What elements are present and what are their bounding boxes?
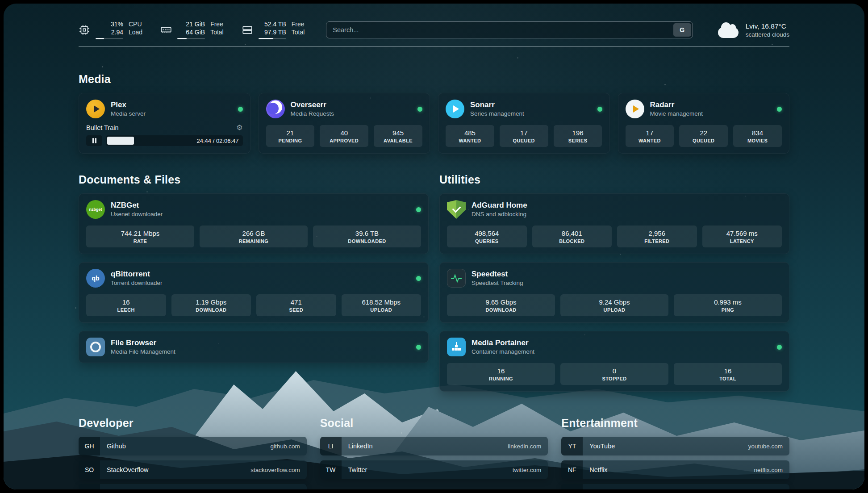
bookmark-group-title: Social xyxy=(320,417,548,430)
nzbget-icon: nzbget xyxy=(86,200,105,219)
status-dot xyxy=(417,107,422,112)
cpu-label-2: Load xyxy=(129,29,142,37)
stat-label: DOWNLOAD xyxy=(173,307,250,313)
stat-value: 1.19 Gbps xyxy=(173,298,250,306)
service-subtitle: DNS and adblocking xyxy=(472,211,527,218)
bookmark-twitter[interactable]: TW Twitter twitter.com xyxy=(320,460,548,479)
ram-bar xyxy=(177,38,205,39)
system-metrics: 31% 2.94 CPU Load 21 GiB xyxy=(79,21,305,39)
search-bar[interactable]: G xyxy=(326,21,693,38)
ram-free: 21 GiB xyxy=(186,21,205,29)
stat-leech: 16 LEECH xyxy=(86,294,166,316)
filebrowser-card[interactable]: File Browser Media File Management xyxy=(79,331,429,363)
stat-available: 945 AVAILABLE xyxy=(374,125,422,147)
ram-labels: Free Total xyxy=(210,21,224,39)
status-dot xyxy=(238,107,243,112)
section-media: Media Plex Media server Bullet Train ⚙ xyxy=(79,73,789,154)
bookmark-name: Twitter xyxy=(342,466,367,473)
bookmark-netflix[interactable]: NF Netflix netflix.com xyxy=(561,460,789,479)
service-subtitle: Media File Management xyxy=(111,348,175,356)
cloud-icon xyxy=(718,27,739,38)
adguard-shield-icon xyxy=(447,200,466,219)
bookmark-github[interactable]: GH Github github.com xyxy=(79,437,307,455)
stat-label: RUNNING xyxy=(449,376,553,381)
bookmark-linkedin[interactable]: LI LinkedIn linkedin.com xyxy=(320,437,548,455)
playback-progress-bar[interactable]: 24:44 / 02:06:47 xyxy=(106,135,243,146)
stat-pending: 21 PENDING xyxy=(266,125,315,147)
stat-value: 21 xyxy=(268,129,313,137)
bookmark-youtube[interactable]: YT YouTube youtube.com xyxy=(561,437,789,455)
qbittorrent-card[interactable]: qb qBittorrent Torrent downloader 16 LEE… xyxy=(79,262,429,323)
overseerr-card[interactable]: Overseerr Media Requests 21 PENDING 40 A… xyxy=(259,93,430,154)
bookmark-abbr: LI xyxy=(320,437,342,455)
disk-bar xyxy=(259,38,286,39)
pause-button[interactable] xyxy=(86,135,102,146)
bookmark-group-developer: Developer GH Github github.com SO StackO… xyxy=(79,417,307,489)
service-name: File Browser xyxy=(111,338,175,347)
status-dot xyxy=(597,107,602,112)
disk-labels: Free Total xyxy=(292,21,305,39)
stat-series: 196 SERIES xyxy=(554,125,602,147)
dashboard-frame: 31% 2.94 CPU Load 21 GiB xyxy=(4,4,864,489)
cpu-label-1: CPU xyxy=(129,21,142,29)
now-playing-title: Bullet Train xyxy=(86,124,119,131)
stat-value: 485 xyxy=(447,129,492,137)
stat-movies: 834 MOVIES xyxy=(733,125,782,147)
radarr-card[interactable]: Radarr Movie management 17 WANTED 22 QUE… xyxy=(618,93,790,154)
service-name: Speedtest xyxy=(472,269,523,279)
service-name: Media Portainer xyxy=(472,338,534,347)
settings-gear-icon[interactable]: ⚙ xyxy=(236,124,242,131)
cpu-percent: 31% xyxy=(111,21,123,29)
bookmark-abbr: YT xyxy=(561,437,583,455)
stat-value: 266 GB xyxy=(201,230,306,237)
service-subtitle: Movie management xyxy=(650,110,703,118)
stat-total: 16 TOTAL xyxy=(674,363,782,385)
stat-download: 9.65 Gbps DOWNLOAD xyxy=(447,294,555,316)
stat-label: APPROVED xyxy=(321,138,367,143)
speedtest-card[interactable]: Speedtest Speedtest Tracking 9.65 Gbps D… xyxy=(439,262,789,323)
bookmark-reddit[interactable]: RE Reddit reddit.com xyxy=(561,484,789,489)
bookmark-abbr: DT xyxy=(79,484,100,489)
service-subtitle: Media server xyxy=(111,110,146,118)
status-dot xyxy=(777,107,782,112)
stat-value: 0.993 ms xyxy=(676,298,780,306)
bookmark-stackoverflow[interactable]: SO StackOverflow stackoverflow.com xyxy=(79,460,307,479)
portainer-card[interactable]: Media Portainer Container management 16 … xyxy=(439,331,789,392)
stat-value: 9.65 Gbps xyxy=(449,298,553,306)
stat-value: 16 xyxy=(676,367,780,375)
stat-label: WANTED xyxy=(447,138,492,143)
stat-value: 471 xyxy=(258,298,334,306)
stat-value: 17 xyxy=(501,129,547,137)
service-name: Overseerr xyxy=(291,100,334,109)
disk-values: 52.4 TB 97.9 TB xyxy=(259,21,286,39)
stat-queued: 17 QUEUED xyxy=(500,125,548,147)
service-subtitle: Series management xyxy=(470,110,524,118)
plex-card[interactable]: Plex Media server Bullet Train ⚙ 24:4 xyxy=(79,93,250,154)
search-provider-button[interactable]: G xyxy=(673,23,691,37)
bookmark-name: Netflix xyxy=(583,466,607,473)
plex-icon xyxy=(86,100,105,118)
search-input[interactable] xyxy=(326,22,672,38)
stat-filtered: 2,956 FILTERED xyxy=(617,226,697,247)
overseerr-icon xyxy=(266,100,285,118)
service-subtitle: Media Requests xyxy=(291,110,334,118)
stat-label: MOVIES xyxy=(735,138,780,143)
sonarr-card[interactable]: Sonarr Series management 485 WANTED 17 Q… xyxy=(438,93,610,154)
bookmark-name: YouTube xyxy=(583,443,615,450)
stat-label: AVAILABLE xyxy=(376,138,421,143)
section-title-utilities: Utilities xyxy=(439,173,789,186)
cpu-bar-fill xyxy=(96,38,104,39)
adguard-card[interactable]: AdGuard Home DNS and adblocking 498,564 … xyxy=(439,193,789,254)
status-dot xyxy=(416,276,421,281)
stat-label: QUEUED xyxy=(681,138,726,143)
stat-download: 1.19 Gbps DOWNLOAD xyxy=(171,294,251,316)
nzbget-card[interactable]: nzbget NZBGet Usenet downloader 744.21 M… xyxy=(79,193,429,254)
stat-label: LATENCY xyxy=(704,238,780,244)
bookmark-group-social: Social LI LinkedIn linkedin.com TW Twitt… xyxy=(320,417,548,489)
status-dot xyxy=(416,345,421,350)
ram-values: 21 GiB 64 GiB xyxy=(177,21,205,39)
stat-label: RATE xyxy=(88,238,192,244)
bookmark-dev[interactable]: DT DEV dev.to xyxy=(79,484,307,489)
bookmark-url: youtube.com xyxy=(748,443,789,450)
stat-queued: 22 QUEUED xyxy=(679,125,728,147)
